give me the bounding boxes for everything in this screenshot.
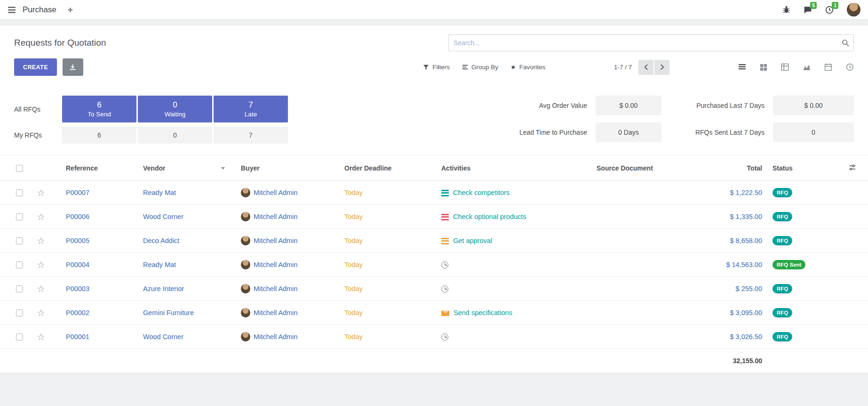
table-row[interactable]: P00001 Wood Corner Mitchell Admin Today … [0,325,868,349]
activity-label[interactable]: Check optional products [453,213,526,220]
favorite-star-icon[interactable] [37,284,45,294]
table-row[interactable]: P00006 Wood Corner Mitchell Admin Today … [0,205,868,229]
row-checkbox[interactable] [16,237,23,244]
reference-link[interactable]: P00001 [66,333,89,341]
row-checkbox[interactable] [16,189,23,196]
activities-button[interactable]: 1 [825,6,834,14]
buyer-link[interactable]: Mitchell Admin [254,189,297,196]
reference-link[interactable]: P00007 [66,189,89,196]
activity-mail-icon[interactable] [441,310,449,316]
column-header-source-document[interactable]: Source Document [596,155,690,181]
row-checkbox[interactable] [16,309,23,317]
buyer-link[interactable]: Mitchell Admin [254,261,297,268]
apps-menu-button[interactable] [8,6,16,14]
activity-clock-icon[interactable] [441,261,448,268]
search-input[interactable] [448,34,854,51]
table-row[interactable]: P00003 Azure Interior Mitchell Admin Tod… [0,277,868,301]
activity-list-icon[interactable] [441,190,449,196]
vendor-link[interactable]: Ready Mat [143,261,176,268]
table-row[interactable]: P00005 Deco Addict Mitchell Admin Today … [0,229,868,253]
view-switch-kanban-button[interactable] [760,64,767,71]
activity-view-icon [846,63,854,71]
filters-button[interactable]: Filters [423,64,450,71]
reference-link[interactable]: P00002 [66,309,89,317]
column-header-total[interactable]: Total [690,155,765,181]
user-avatar[interactable] [847,3,860,16]
debug-button[interactable] [782,6,790,14]
row-checkbox[interactable] [16,213,23,220]
reference-link[interactable]: P00006 [66,213,89,220]
export-button[interactable] [63,58,83,76]
reference-link[interactable]: P00005 [66,237,89,244]
vendor-link[interactable]: Wood Corner [143,333,183,341]
activity-label[interactable]: Send specifications [454,309,512,317]
table-row[interactable]: P00002 Gemini Furniture Mitchell Admin T… [0,301,868,325]
column-header-vendor[interactable]: Vendor [142,155,239,181]
favorite-star-icon[interactable] [37,236,45,246]
status-badge: RFQ [772,236,792,246]
view-switch-calendar-button[interactable] [824,63,832,71]
pager-value[interactable]: 1-7 / 7 [614,64,632,71]
optional-columns-button[interactable] [849,164,856,171]
app-name[interactable]: Purchase [23,5,56,15]
tile-my-late[interactable]: 7 [214,126,288,144]
tile-to-send[interactable]: 6 To Send [62,96,136,122]
activity-clock-icon[interactable] [441,285,448,292]
favorites-button[interactable]: Favorites [510,64,545,71]
navbar-plus-button[interactable]: + [68,5,73,15]
buyer-link[interactable]: Mitchell Admin [254,285,297,292]
view-switch-pivot-button[interactable] [781,63,789,71]
favorite-star-icon[interactable] [37,188,45,198]
column-header-status[interactable]: Status [765,155,826,181]
column-header-reference[interactable]: Reference [53,155,142,181]
list-view-icon [738,63,746,71]
column-header-buyer[interactable]: Buyer [239,155,343,181]
select-all-checkbox[interactable] [16,165,23,172]
buyer-link[interactable]: Mitchell Admin [254,309,297,317]
vendor-link[interactable]: Azure Interior [143,285,184,292]
favorite-star-icon[interactable] [37,332,45,342]
tile-my-waiting[interactable]: 0 [138,126,212,144]
view-switch-list-button[interactable] [738,63,746,71]
column-header-order-deadline[interactable]: Order Deadline [343,155,440,181]
buyer-avatar [241,284,250,293]
view-switch-activity-button[interactable] [846,63,854,71]
tile-waiting[interactable]: 0 Waiting [138,96,212,122]
favorite-star-icon[interactable] [37,212,45,222]
vendor-link[interactable]: Wood Corner [143,213,183,220]
activity-clock-icon[interactable] [441,333,448,341]
activity-label[interactable]: Check competitors [453,189,510,196]
favorite-star-icon[interactable] [37,308,45,318]
row-checkbox[interactable] [16,333,23,341]
reference-link[interactable]: P00003 [66,285,89,292]
tile-late[interactable]: 7 Late [214,96,288,122]
all-rfqs-label[interactable]: All RFQs [14,106,61,113]
favorite-star-icon[interactable] [37,260,45,270]
footer-total: 32,155.00 [690,349,765,373]
vendor-link[interactable]: Gemini Furniture [143,309,194,317]
messages-button[interactable]: 5 [804,6,812,14]
pager-next-button[interactable] [654,60,669,75]
column-header-activities[interactable]: Activities [440,155,596,181]
vendor-link[interactable]: Deco Addict [143,237,179,244]
status-badge: RFQ Sent [772,260,805,270]
buyer-link[interactable]: Mitchell Admin [254,237,297,244]
table-row[interactable]: P00007 Ready Mat Mitchell Admin Today Ch… [0,181,868,205]
buyer-link[interactable]: Mitchell Admin [254,333,297,341]
create-button[interactable]: CREATE [14,58,57,76]
group-by-button[interactable]: Group By [462,64,498,71]
pager-previous-button[interactable] [638,60,653,75]
reference-link[interactable]: P00004 [66,261,89,268]
buyer-link[interactable]: Mitchell Admin [254,213,297,220]
tile-my-to-send[interactable]: 6 [62,126,136,144]
table-row[interactable]: P00004 Ready Mat Mitchell Admin Today $ … [0,253,868,277]
activity-list-icon[interactable] [441,214,449,220]
vendor-link[interactable]: Ready Mat [143,189,176,196]
activity-list-icon[interactable] [441,238,449,244]
row-checkbox[interactable] [16,261,23,268]
my-rfqs-label[interactable]: My RFQs [14,131,61,139]
activity-label[interactable]: Get approval [453,237,492,244]
view-switch-graph-button[interactable] [803,63,811,71]
row-checkbox[interactable] [16,285,23,292]
search-icon[interactable] [842,39,849,48]
